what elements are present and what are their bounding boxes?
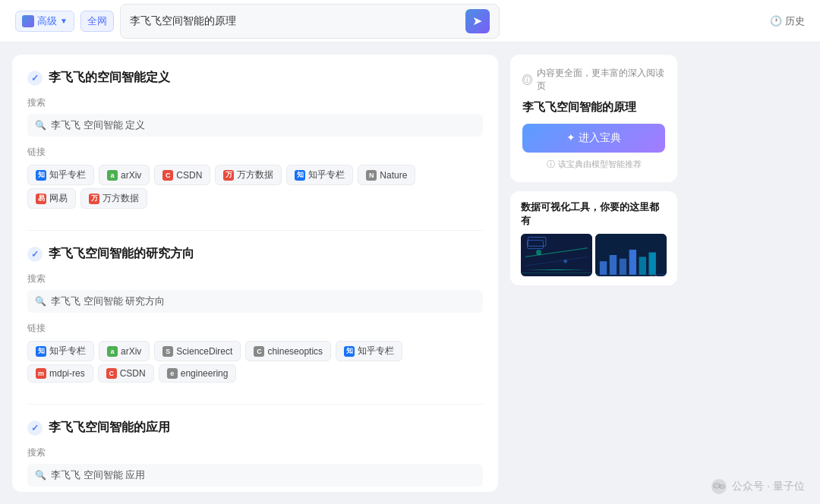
section-3-label: 李飞飞空间智能的应用 (49, 420, 170, 436)
svg-point-5 (563, 260, 567, 263)
promo-footer-text: 该宝典由模型智能推荐 (558, 159, 642, 170)
promo-info-icon: ⓘ (522, 74, 532, 85)
scope-badge[interactable]: 全网 (80, 11, 114, 32)
link-chip-nature-1[interactable]: N Nature (358, 165, 415, 185)
history-button[interactable]: 🕐 历史 (770, 14, 805, 28)
zhihu-icon-2b: 知 (344, 346, 355, 357)
wanfang-icon-1b: 万 (89, 194, 99, 204)
search-query-text-1: 李飞飞 空间智能 定义 (51, 118, 145, 132)
svg-point-20 (718, 485, 718, 486)
links-row-2b: m mdpi-res C CSDN e engineering (27, 364, 483, 383)
search-sub-label-3: 搜索 (27, 446, 483, 459)
level-label: 高级 (37, 14, 57, 28)
link-chip-zhihu-1b[interactable]: 知 知乎专栏 (286, 165, 353, 185)
check-icon-1: ✓ (27, 71, 43, 86)
promo-footer-icon: ⓘ (547, 159, 555, 170)
search-query-1: 🔍 李飞飞 空间智能 定义 (27, 114, 483, 137)
send-button[interactable]: ➤ (465, 9, 490, 33)
link-chip-csdn-1[interactable]: C CSDN (154, 165, 210, 185)
link-label-csdn-2: CSDN (120, 368, 146, 379)
search-icon-3: 🔍 (35, 470, 46, 480)
viz-card: 数据可视化工具，你要的这里都有 (510, 191, 677, 285)
links-label-2: 链接 (27, 322, 483, 335)
csdn-icon-1: C (162, 170, 173, 181)
promo-header-text: 内容更全面，更丰富的深入阅读页 (537, 67, 665, 93)
link-label-wanfang-1: 万方数据 (237, 169, 273, 181)
section-1-title: ✓ 李飞飞的空间智能定义 (27, 70, 483, 86)
link-chip-wanfang-1b[interactable]: 万 万方数据 (80, 188, 147, 209)
search-icon-1: 🔍 (35, 120, 46, 131)
section-2: ✓ 李飞飞空间智能的研究方向 搜索 🔍 李飞飞 空间智能 研究方向 链接 知 知… (27, 246, 483, 383)
promo-header: ⓘ 内容更全面，更丰富的深入阅读页 (522, 67, 665, 93)
link-label-zhihu-1: 知乎专栏 (49, 169, 86, 181)
svg-rect-9 (610, 255, 617, 275)
viz-images: 广告 (510, 234, 677, 285)
viz-image-2[interactable]: 广告 (595, 234, 667, 276)
section-3-title: ✓ 李飞飞空间智能的应用 (27, 420, 483, 436)
svg-point-19 (716, 485, 717, 486)
arxiv-icon-2: a (107, 346, 118, 357)
svg-rect-0 (521, 234, 592, 276)
link-chip-zhihu-2b[interactable]: 知 知乎专栏 (336, 341, 402, 361)
search-query-text-2: 李飞飞 空间智能 研究方向 (51, 295, 165, 308)
check-icon-2: ✓ (27, 247, 43, 262)
link-label-sciencedirect-2: ScienceDirect (176, 346, 232, 357)
wangyi-icon-1: 易 (36, 194, 46, 204)
search-input-wrap: ➤ (120, 4, 500, 39)
link-label-arxiv-2: arXiv (121, 346, 141, 357)
link-chip-engineering-2[interactable]: e engineering (159, 364, 237, 383)
check-icon-3: ✓ (27, 421, 43, 436)
link-label-engineering-2: engineering (181, 368, 229, 379)
send-icon: ➤ (472, 14, 482, 28)
zhihu-icon-1: 知 (36, 170, 46, 181)
scope-label: 全网 (87, 15, 107, 27)
link-chip-arxiv-1[interactable]: a arXiv (99, 165, 150, 185)
checkmark-1: ✓ (31, 73, 39, 83)
svg-text:广告: 广告 (649, 274, 658, 276)
search-area: 高级 ▼ 全网 ➤ (15, 4, 805, 39)
search-input[interactable] (130, 15, 462, 27)
links-row-1a: 知 知乎专栏 a arXiv C CSDN 万 万方数据 知 知乎专栏 (27, 165, 483, 185)
link-label-arxiv-1: arXiv (121, 170, 141, 181)
link-chip-chineseoptics-2[interactable]: C chineseoptics (245, 341, 331, 361)
main-layout: ✓ 李飞飞的空间智能定义 搜索 🔍 李飞飞 空间智能 定义 链接 知 知乎专栏 … (0, 43, 820, 504)
promo-enter-button[interactable]: ✦ 进入宝典 (522, 124, 665, 153)
checkmark-3: ✓ (31, 423, 39, 433)
link-label-wanfang-1b: 万方数据 (102, 192, 139, 205)
link-chip-wanfang-1[interactable]: 万 万方数据 (215, 165, 282, 185)
svg-rect-8 (600, 261, 607, 275)
watermark-text: 公众号 · 量子位 (732, 480, 805, 493)
link-chip-csdn-2[interactable]: C CSDN (98, 364, 154, 383)
chevron-down-icon: ▼ (60, 17, 68, 25)
search-sub-label-1: 搜索 (27, 96, 483, 109)
link-chip-arxiv-2[interactable]: a arXiv (99, 341, 150, 361)
section-1-label: 李飞飞的空间智能定义 (49, 70, 170, 86)
link-chip-wangyi-1[interactable]: 易 网易 (27, 188, 76, 209)
svg-rect-10 (620, 259, 626, 275)
svg-point-21 (721, 486, 722, 487)
link-chip-zhihu-1[interactable]: 知 知乎专栏 (27, 165, 94, 185)
promo-title: 李飞飞空间智能的原理 (522, 99, 665, 115)
link-chip-mdpi-2[interactable]: m mdpi-res (27, 364, 93, 383)
sciencedirect-icon-2: S (162, 346, 173, 357)
link-chip-zhihu-2[interactable]: 知 知乎专栏 (27, 341, 94, 361)
link-label-chineseoptics-2: chineseoptics (267, 346, 323, 357)
link-label-zhihu-1b: 知乎专栏 (308, 169, 345, 181)
link-label-mdpi-2: mdpi-res (49, 368, 85, 379)
promo-footer: ⓘ 该宝典由模型智能推荐 (522, 159, 665, 170)
link-chip-sciencedirect-2[interactable]: S ScienceDirect (154, 341, 241, 361)
section-3: ✓ 李飞飞空间智能的应用 搜索 🔍 李飞飞 空间智能 应用 链接 腾 腾讯新闻 … (27, 420, 483, 492)
left-panel: ✓ 李飞飞的空间智能定义 搜索 🔍 李飞飞 空间智能 定义 链接 知 知乎专栏 … (12, 55, 498, 492)
history-label: 历史 (785, 14, 805, 28)
zhihu-icon-1b: 知 (295, 170, 305, 181)
mdpi-icon-2: m (36, 368, 46, 379)
viz-image-1[interactable] (521, 234, 592, 276)
topbar: 高级 ▼ 全网 ➤ 🕐 历史 (0, 0, 820, 43)
links-row-2a: 知 知乎专栏 a arXiv S ScienceDirect C chinese… (27, 341, 483, 361)
level-badge[interactable]: 高级 ▼ (15, 11, 74, 32)
arxiv-icon-1: a (107, 170, 118, 181)
search-sub-label-2: 搜索 (27, 272, 483, 285)
link-label-zhihu-2b: 知乎专栏 (358, 345, 394, 358)
search-icon-2: 🔍 (35, 296, 46, 307)
svg-point-22 (723, 486, 724, 487)
